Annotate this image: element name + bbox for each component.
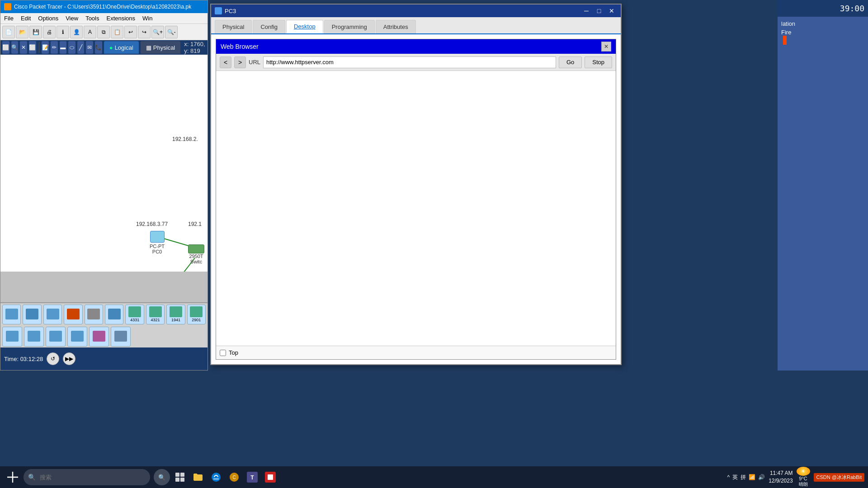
- clock[interactable]: 11:47 AM 12/9/2023: [769, 469, 793, 485]
- move-tool[interactable]: ✕: [20, 41, 27, 54]
- physical-tab[interactable]: ▦ Physical: [141, 41, 180, 54]
- reset-btn[interactable]: ↺: [47, 352, 59, 365]
- browser-footer: Top: [216, 346, 616, 359]
- tray-item-laptop[interactable]: [23, 305, 41, 324]
- menu-options[interactable]: Options: [38, 15, 58, 22]
- line-tool[interactable]: ╱: [77, 41, 85, 54]
- tray-item-4321[interactable]: 4321: [146, 305, 165, 324]
- rect-tool[interactable]: ▬: [60, 41, 67, 54]
- minimize-btn[interactable]: ─: [581, 5, 592, 16]
- menu-edit[interactable]: Edit: [21, 15, 31, 22]
- phone-tool[interactable]: 📞: [95, 41, 102, 54]
- toolbar-new[interactable]: 📄: [2, 26, 15, 38]
- top-checkbox[interactable]: [220, 350, 226, 356]
- toolbar-user[interactable]: 👤: [70, 26, 83, 38]
- back-btn[interactable]: <: [220, 56, 231, 68]
- weather-temp: 9°C: [799, 476, 807, 481]
- play-btn[interactable]: ▶▶: [63, 352, 75, 365]
- browser-close-btn[interactable]: ✕: [601, 42, 611, 52]
- search-icon-btn[interactable]: 🔍: [154, 469, 170, 485]
- url-input[interactable]: [263, 56, 556, 68]
- lang-en[interactable]: 英: [732, 474, 738, 481]
- svg-rect-2: [175, 473, 179, 477]
- menu-win[interactable]: Win: [142, 15, 152, 22]
- svg-point-6: [212, 473, 221, 482]
- caret-icon[interactable]: ^: [727, 474, 730, 480]
- maximize-btn[interactable]: □: [594, 5, 604, 16]
- tray-item-phone[interactable]: [105, 305, 123, 324]
- svg-rect-12: [268, 474, 273, 480]
- search-tool[interactable]: 🔍: [11, 41, 19, 54]
- url-label: URL: [249, 59, 260, 66]
- pc0-device[interactable]: PC-PT PC0: [150, 231, 165, 254]
- tray-item-1941[interactable]: 1941: [166, 305, 185, 324]
- tab-config[interactable]: Config: [253, 20, 285, 33]
- toolbar-paste[interactable]: 📋: [111, 26, 123, 38]
- menu-extensions[interactable]: Extensions: [106, 15, 135, 22]
- tab-physical[interactable]: Physical: [215, 20, 252, 33]
- toolbar-open[interactable]: 📂: [16, 26, 28, 38]
- toolbar-undo[interactable]: ↩: [124, 26, 137, 38]
- cisco-icon: C: [229, 472, 240, 483]
- tray-item-pc[interactable]: [2, 305, 21, 324]
- toolbar-save[interactable]: 💾: [29, 26, 42, 38]
- taskbar-app-view[interactable]: [172, 469, 188, 485]
- tray-item-2901[interactable]: 2901: [187, 305, 206, 324]
- volume-icon[interactable]: 🔊: [758, 474, 765, 480]
- wifi-icon[interactable]: 📶: [749, 474, 755, 480]
- tray-item-cloud2[interactable]: [111, 327, 131, 347]
- tray-item-switch2[interactable]: [46, 327, 66, 347]
- menu-file[interactable]: File: [4, 15, 14, 22]
- tab-desktop[interactable]: Desktop: [286, 20, 323, 33]
- toolbar-zoom-out[interactable]: 🔍-: [165, 26, 178, 38]
- tab-programming[interactable]: Programming: [324, 20, 375, 33]
- ip-label-192-1: 192.1: [188, 221, 202, 227]
- tab-physical-label: Physical: [222, 23, 244, 30]
- draw-tool[interactable]: ✏: [51, 41, 58, 54]
- toolbar-copy[interactable]: ⧉: [97, 26, 110, 38]
- tray-item-dsn[interactable]: [89, 327, 109, 347]
- csdn-label[interactable]: CSDN @冰冰RabBit: [814, 473, 864, 482]
- logical-tab[interactable]: ● Logical: [104, 41, 139, 54]
- taskbar-edge[interactable]: [208, 469, 224, 485]
- taskbar-right: ^ 英 拼 📶 🔊 11:47 AM 12/9/2023 ☀ 9°C 晴朗 CS…: [727, 467, 864, 488]
- taskbar-search-input[interactable]: [24, 469, 150, 485]
- tab-programming-label: Programming: [332, 23, 367, 30]
- tray-item-cloud[interactable]: [85, 305, 103, 324]
- resize-tool[interactable]: ⬜: [29, 41, 36, 54]
- select-tool[interactable]: ⬜: [2, 41, 9, 54]
- go-btn[interactable]: Go: [559, 56, 582, 68]
- close-btn[interactable]: ✕: [606, 5, 617, 16]
- taskbar-app5[interactable]: [262, 469, 278, 485]
- cpt-nav-bar: ⬜ 🔍 ✕ ⬜ 📝 ✏ ▬ ⬭ ╱ ✉ 📞 ● Logical ▦ Physic…: [0, 40, 208, 55]
- tray-item-lightning[interactable]: [64, 305, 82, 324]
- note-tool[interactable]: 📝: [42, 41, 49, 54]
- cpt-canvas[interactable]: 192.168.2. 192.168.3.77 192.1 PC-PT PC0 …: [0, 55, 208, 272]
- tray-item-hub[interactable]: [24, 327, 44, 347]
- time-display: Time: 03:12:28: [4, 356, 43, 362]
- forward-btn[interactable]: >: [234, 56, 246, 68]
- taskbar-file-explorer[interactable]: [190, 469, 206, 485]
- tray-item-4331[interactable]: 4331: [125, 305, 144, 324]
- weather-widget[interactable]: ☀ 9°C 晴朗: [797, 467, 810, 488]
- toolbar-zoom-in[interactable]: 🔍+: [151, 26, 164, 38]
- lang-pin[interactable]: 拼: [741, 474, 746, 481]
- toolbar-text[interactable]: A: [84, 26, 96, 38]
- tray-item-wireless[interactable]: [67, 327, 87, 347]
- toolbar-print[interactable]: 🖨: [43, 26, 56, 38]
- ellipse-tool[interactable]: ⬭: [68, 41, 75, 54]
- taskbar-typora[interactable]: T: [244, 469, 260, 485]
- start-button[interactable]: [4, 468, 22, 486]
- mail-tool[interactable]: ✉: [86, 41, 93, 54]
- switch-device[interactable]: 2950T Switc: [188, 244, 204, 264]
- taskbar-cisco[interactable]: C: [226, 469, 242, 485]
- tab-attributes[interactable]: Attributes: [376, 20, 416, 33]
- tray-item-switch1[interactable]: [2, 327, 22, 347]
- stop-btn[interactable]: Stop: [585, 56, 612, 68]
- menu-view[interactable]: View: [66, 15, 78, 22]
- tray-item-server[interactable]: [43, 305, 62, 324]
- toolbar-redo[interactable]: ↪: [138, 26, 151, 38]
- cpt-status-bar: Time: 03:12:28 ↺ ▶▶: [0, 347, 208, 370]
- toolbar-info[interactable]: ℹ: [57, 26, 69, 38]
- menu-tools[interactable]: Tools: [85, 15, 99, 22]
